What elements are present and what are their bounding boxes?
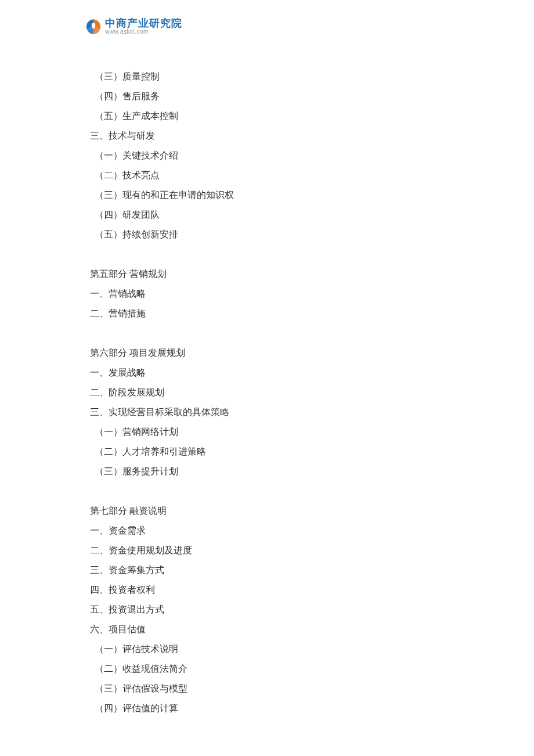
toc-sub-item: （三）服务提升计划 [90,462,444,481]
toc-item: 二、营销措施 [90,304,444,323]
toc-sub-item: （二）人才培养和引进策略 [90,442,444,462]
document-content: （三）质量控制（四）售后服务（五）生产成本控制三、技术与研发（一）关键技术介绍（… [90,67,444,718]
logo-icon [84,17,103,36]
spacer [90,481,444,501]
toc-item: 二、阶段发展规划 [90,383,444,402]
logo-title: 中商产业研究院 [105,18,182,28]
toc-sub-item: （五）持续创新安排 [90,225,444,244]
logo-url: www.askci.com [105,28,182,35]
toc-item: 四、投资者权利 [90,580,444,600]
toc-item: 第六部分 项目发展规划 [90,343,444,363]
toc-sub-item: （四）评估值的计算 [90,699,444,718]
toc-sub-item: （三）评估假设与模型 [90,679,444,699]
toc-item: 第五部分 营销规划 [90,264,444,284]
toc-sub-item: （一）评估技术说明 [90,639,444,659]
toc-sub-item: （三）质量控制 [90,67,444,87]
toc-item: 三、技术与研发 [90,126,444,146]
toc-sub-item: （四）研发团队 [90,205,444,225]
toc-item: 一、资金需求 [90,521,444,541]
toc-item: 五、投资退出方式 [90,600,444,620]
toc-sub-item: （一）营销网络计划 [90,422,444,442]
toc-sub-item: （四）售后服务 [90,87,444,106]
toc-item: 六、项目估值 [90,620,444,639]
toc-item: 二、资金使用规划及进度 [90,541,444,560]
spacer [90,323,444,343]
toc-sub-item: （一）关键技术介绍 [90,146,444,165]
logo-text-block: 中商产业研究院 www.askci.com [105,18,182,35]
toc-item: 第七部分 融资说明 [90,501,444,521]
toc-item: 三、实现经营目标采取的具体策略 [90,402,444,422]
header-logo: 中商产业研究院 www.askci.com [84,17,182,36]
toc-item: 一、营销战略 [90,284,444,304]
toc-sub-item: （五）生产成本控制 [90,106,444,126]
toc-sub-item: （二）技术亮点 [90,165,444,185]
toc-item: 一、发展战略 [90,363,444,383]
spacer [90,244,444,264]
toc-sub-item: （二）收益现值法简介 [90,659,444,679]
toc-sub-item: （三）现有的和正在申请的知识权 [90,185,444,205]
toc-item: 三、资金筹集方式 [90,560,444,580]
